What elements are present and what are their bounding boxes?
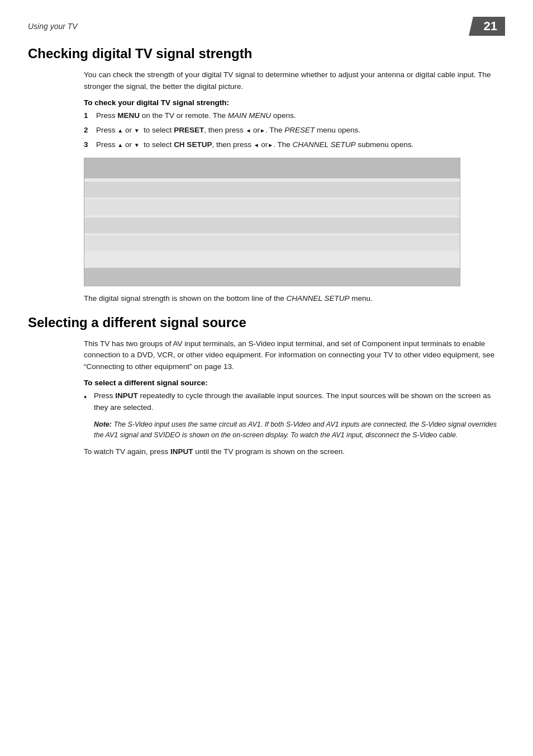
step-1: 1 Press MENU on the TV or remote. The MA… [84,110,505,122]
step-1-num: 1 [84,110,96,122]
arrow-up2-icon: ▲ [117,141,123,148]
step-2-num: 2 [84,125,96,136]
arrow-down2-icon: ▼ [134,141,140,148]
channel-setup-ref: CHANNEL SETUP [286,294,349,303]
bullet-content: Press INPUT repeatedly to cycle through … [94,390,505,414]
step-3-chsetup: CH SETUP [174,140,212,149]
menu-top-bar [84,158,460,178]
section2-intro: This TV has two groups of AV input termi… [84,338,505,374]
step-2-preset-menu: PRESET [284,126,315,134]
arrow-left2-icon: ◄ [254,141,259,148]
menu-screenshot [84,158,460,286]
menu-row-4 [84,235,460,251]
page-number: 21 [469,17,505,36]
input-bold-1: INPUT [115,391,138,400]
menu-row-3 [84,218,460,233]
section1-sub-heading: To check your digital TV signal strength… [84,98,505,107]
step-3-content: Press ▲ or ▼ to select CH SETUP, then pr… [96,139,505,151]
menu-row-1 [84,182,460,197]
step-3-channel-setup: CHANNEL SETUP [293,140,356,149]
menu-row-2 [84,200,460,215]
section2-heading: Selecting a different signal source [28,315,505,330]
note-label: Note: [94,420,112,428]
arrow-right2-icon: ► [268,141,273,148]
step-2-preset: PRESET [174,126,204,134]
step-3: 3 Press ▲ or ▼ to select CH SETUP, then … [84,139,505,151]
page-container: Using your TV 21 Checking digital TV sig… [0,0,533,756]
step-1-mainmenu: MAIN MENU [228,111,271,120]
arrow-down-icon: ▼ [134,127,140,133]
arrow-up-icon: ▲ [117,127,123,133]
step-1-content: Press MENU on the TV or remote. The MAIN… [96,110,505,122]
arrow-right-icon: ► [260,127,265,133]
bullet-list: • Press INPUT repeatedly to cycle throug… [84,390,505,414]
step-2: 2 Press ▲ or ▼ to select PRESET, then pr… [84,125,505,136]
input-bold-2: INPUT [170,447,193,456]
section1-bottom-note: The digital signal strength is shown on … [84,293,505,305]
page-header: Using your TV 21 [28,17,505,36]
header-title: Using your TV [28,22,78,31]
section1-heading: Checking digital TV signal strength [28,46,505,62]
step-1-menu: MENU [117,111,140,120]
menu-bottom-bar [84,268,460,286]
step-3-num: 3 [84,139,96,151]
section2-sub-heading: To select a different signal source: [84,379,505,387]
arrow-left-icon: ◄ [245,127,251,133]
bullet-item-1: • Press INPUT repeatedly to cycle throug… [84,390,505,414]
numbered-steps: 1 Press MENU on the TV or remote. The MA… [84,110,505,151]
note-block: Note: The S-Video input uses the same ci… [94,419,505,441]
section1-intro: You can check the strength of your digit… [84,69,505,93]
step-2-content: Press ▲ or ▼ to select PRESET, then pres… [96,125,505,136]
section2-closing: To watch TV again, press INPUT until the… [84,446,505,458]
note-text: The S-Video input uses the same circuit … [94,420,497,439]
bullet-symbol: • [84,390,94,403]
